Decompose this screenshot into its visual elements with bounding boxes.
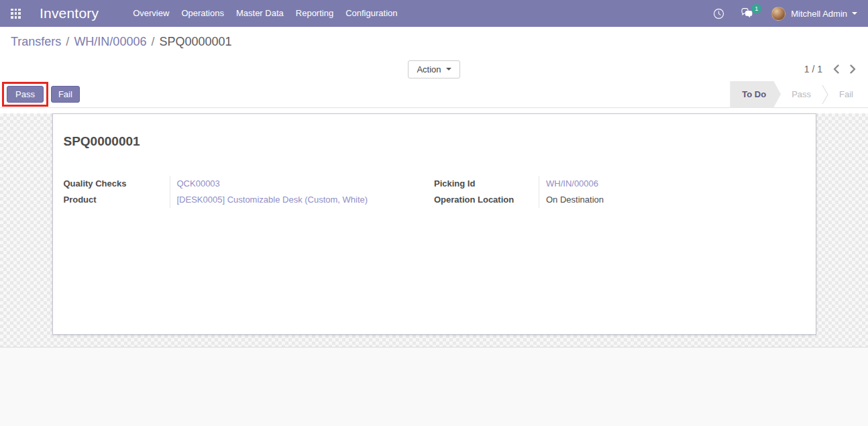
main-menu: Overview Operations Master Data Reportin… xyxy=(127,0,403,27)
status-pipeline: To Do Pass Fail xyxy=(730,81,864,108)
action-dropdown-label: Action xyxy=(417,64,441,74)
menu-item-configuration[interactable]: Configuration xyxy=(339,0,403,27)
user-menu-caret-icon[interactable] xyxy=(852,12,857,15)
operation-location-value: On Destination xyxy=(546,192,805,208)
fail-button[interactable]: Fail xyxy=(51,86,80,103)
breadcrumb: Transfers / WH/IN/00006 / SPQ0000001 xyxy=(0,27,868,57)
field-column-right: Picking Id Operation Location WH/IN/0000… xyxy=(434,176,805,208)
status-step-pass[interactable]: Pass xyxy=(781,81,822,108)
pager-value: 1 / 1 xyxy=(804,64,822,74)
pager: 1 / 1 xyxy=(804,57,856,81)
user-menu[interactable]: Mitchell Admin xyxy=(791,9,847,19)
bottom-empty-area xyxy=(0,347,868,426)
breadcrumb-separator: / xyxy=(146,35,159,49)
breadcrumb-picking-link[interactable]: WH/IN/00006 xyxy=(74,35,146,49)
user-avatar[interactable] xyxy=(771,7,785,21)
pager-next-button[interactable] xyxy=(850,64,856,74)
field-column-left: Quality Checks Product QCK00003 [DESK000… xyxy=(64,176,435,208)
activities-clock-icon[interactable] xyxy=(713,8,724,19)
quality-check-sheet: SPQ0000001 Quality Checks Product QCK000… xyxy=(52,113,816,335)
breadcrumb-current: SPQ0000001 xyxy=(159,35,231,49)
menu-item-reporting[interactable]: Reporting xyxy=(290,0,339,27)
action-caret-icon xyxy=(446,68,451,70)
record-title: SPQ0000001 xyxy=(64,134,805,149)
breadcrumb-separator: / xyxy=(61,35,74,49)
picking-id-value[interactable]: WH/IN/00006 xyxy=(546,176,805,192)
app-title[interactable]: Inventory xyxy=(40,5,99,21)
operation-location-label: Operation Location xyxy=(434,192,539,208)
field-group: Quality Checks Product QCK00003 [DESK000… xyxy=(64,176,805,208)
control-panel: Action 1 / 1 xyxy=(0,57,868,81)
quality-checks-label: Quality Checks xyxy=(64,176,170,192)
form-statusbar: Pass Fail To Do Pass Fail xyxy=(0,81,868,108)
picking-id-label: Picking Id xyxy=(434,176,539,192)
pager-previous-button[interactable] xyxy=(833,64,839,74)
product-label: Product xyxy=(64,192,170,208)
form-view-background: SPQ0000001 Quality Checks Product QCK000… xyxy=(0,113,868,347)
pass-button-highlight: Pass xyxy=(2,82,48,107)
messages-icon[interactable]: 1 xyxy=(741,8,754,19)
apps-menu-icon[interactable] xyxy=(11,9,21,19)
status-step-separator-icon xyxy=(822,83,828,107)
status-step-todo[interactable]: To Do xyxy=(730,81,781,108)
action-dropdown-button[interactable]: Action xyxy=(408,60,459,78)
menu-item-overview[interactable]: Overview xyxy=(127,0,175,27)
menu-item-master-data[interactable]: Master Data xyxy=(230,0,290,27)
quality-checks-value[interactable]: QCK00003 xyxy=(177,176,435,192)
navbar-right: 1 Mitchell Admin xyxy=(713,7,857,21)
menu-item-operations[interactable]: Operations xyxy=(175,0,230,27)
breadcrumb-transfers-link[interactable]: Transfers xyxy=(11,35,61,49)
product-value[interactable]: [DESK0005] Customizable Desk (Custom, Wh… xyxy=(177,192,435,208)
top-navbar: Inventory Overview Operations Master Dat… xyxy=(0,0,868,27)
message-count-badge: 1 xyxy=(751,4,761,13)
status-step-fail[interactable]: Fail xyxy=(828,81,864,108)
pass-button[interactable]: Pass xyxy=(7,86,44,103)
